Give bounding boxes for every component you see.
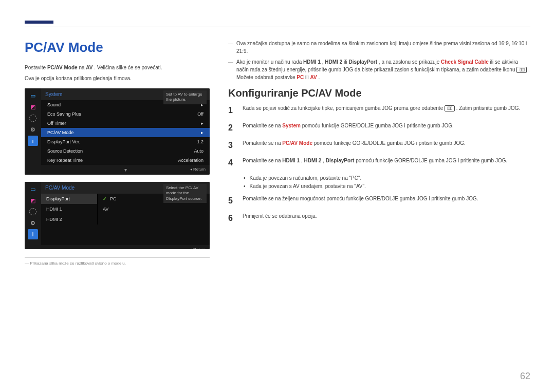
step-6: 6 Primijenit će se odabrana opcija. xyxy=(228,212,530,225)
osd-row: Key Repeat TimeAcceleration xyxy=(41,156,210,165)
step-text: Pomaknite se na željenu mogućnost pomoću… xyxy=(243,195,478,207)
two-column-layout: PC/AV Mode Postavite PC/AV Mode na AV . … xyxy=(25,40,530,266)
chevron-right-icon: ▸ xyxy=(201,130,203,135)
chevron-down-icon: ▾ xyxy=(124,167,127,173)
page-title: PC/AV Mode xyxy=(25,40,210,55)
osd-row-label: Source Detection xyxy=(47,148,83,154)
t-bold: DisplayPort xyxy=(326,158,355,163)
t-bold: HDMI 1 xyxy=(303,59,321,65)
step-4: 4 Pomaknite se na HDMI 1 , HDMI 2 , Disp… xyxy=(228,157,530,169)
t-red: PC xyxy=(297,74,304,80)
t: Pomaknite se na xyxy=(243,158,282,163)
left-column: PC/AV Mode Postavite PC/AV Mode na AV . … xyxy=(25,40,210,266)
sub-bullets: Kada je povezan s računalom, postavite n… xyxy=(244,174,530,191)
picture-icon: ◩ xyxy=(28,102,38,112)
footnote-text: Prikazana slika može se razlikovati ovis… xyxy=(30,261,126,266)
step-number: 5 xyxy=(228,195,235,207)
step-number: 4 xyxy=(228,157,235,169)
section-heading: Konfiguriranje PC/AV Mode xyxy=(228,87,530,99)
osd-return: ◂ Return xyxy=(190,247,206,249)
step-1: 1 Kada se pojavi vodič za funkcijske tip… xyxy=(228,104,530,117)
check-icon: ✓ xyxy=(103,196,107,201)
osd-row: Source DetectionAuto xyxy=(41,146,210,156)
target-icon xyxy=(28,207,38,217)
osd-hint: Set to AV to enlarge the picture. xyxy=(163,90,207,104)
osd-row-value: Off xyxy=(197,111,203,117)
step-text: Pomaknite se na HDMI 1 , HDMI 2 , Displa… xyxy=(243,157,507,169)
step-3: 3 Pomaknite se na PC/AV Mode pomoću funk… xyxy=(228,139,530,152)
intro-line-2: Ova je opcija korisna prilikom gledanja … xyxy=(25,74,210,82)
note-list: Ova značajka dostupna je samo na modelim… xyxy=(228,40,530,81)
t: Pomaknite se na xyxy=(243,123,282,128)
bullet: Kada je povezan s AV uređajem, postavite… xyxy=(244,182,530,191)
menu-icon: ▯▯▯ xyxy=(445,105,455,111)
t-red: System xyxy=(282,123,301,128)
osd2-row: HDMI 2 xyxy=(41,214,97,225)
step-text: Primijenit će se odabrana opcija. xyxy=(243,212,317,225)
osd2-mode-column: ✓PC AV xyxy=(98,194,154,225)
intro-line-1: Postavite PC/AV Mode na AV . Veličina sl… xyxy=(25,64,210,71)
step-number: 2 xyxy=(228,122,235,134)
step-number: 3 xyxy=(228,139,235,152)
step-text: Pomaknite se na System pomoću funkcije G… xyxy=(243,122,454,134)
t: , a na zaslonu se prikazuje xyxy=(379,59,441,65)
right-column: Ova značajka dostupna je samo na modelim… xyxy=(228,40,530,266)
osd2-row: HDMI 1 xyxy=(41,204,97,214)
osd2-source-column: DisplayPort HDMI 1 HDMI 2 xyxy=(41,194,98,225)
step-number: 1 xyxy=(228,104,235,117)
t-bold: DisplayPort xyxy=(348,59,377,65)
return-label: Return xyxy=(193,167,206,172)
note-text: Ako je monitor u načinu rada HDMI 1 , HD… xyxy=(236,58,530,81)
page: PC/AV Mode Postavite PC/AV Mode na AV . … xyxy=(0,0,555,392)
text-bold: PC/AV Mode xyxy=(47,65,78,70)
osd-row-label: Eco Saving Plus xyxy=(47,111,81,117)
osd-system-menu: Set to AV to enlarge the picture. ▭ ◩ ⚙ … xyxy=(25,88,210,175)
t: Ako je monitor u načinu rada xyxy=(236,59,303,65)
return-label: Return xyxy=(193,247,206,249)
osd-sidebar-icons: ▭ ◩ ⚙ i xyxy=(25,88,41,175)
osd-row-label: DisplayPort Ver. xyxy=(47,139,80,144)
text: Postavite xyxy=(25,65,47,70)
gear-icon: ⚙ xyxy=(28,124,38,135)
monitor-icon: ▭ xyxy=(28,90,38,101)
t: Pomaknite se na xyxy=(243,140,282,146)
osd-row-label: Off Timer xyxy=(47,121,66,126)
bullet-text: Kada je povezan s računalom, postavite n… xyxy=(250,174,362,182)
osd-row-value: 1.2 xyxy=(197,139,203,144)
t-red: PC/AV Mode xyxy=(282,140,312,146)
info-icon: i xyxy=(28,229,38,239)
chevron-right-icon: ▸ xyxy=(201,121,203,126)
bullet: Kada je povezan s računalom, postavite n… xyxy=(244,174,530,182)
bullet-text: Kada je povezan s AV uređajem, postavite… xyxy=(250,182,366,191)
t-red: AV xyxy=(310,74,317,80)
t-bold: HDMI 2 xyxy=(325,59,342,65)
osd-footer: ▾ ◂ Return xyxy=(41,165,210,175)
step-number: 6 xyxy=(228,212,235,225)
t: pomoću funkcije GORE/DOLJE gumba JOG i p… xyxy=(302,123,454,128)
osd-footer: ◂ Return xyxy=(41,245,210,249)
step-text: Kada se pojavi vodič za funkcijske tipke… xyxy=(243,104,520,117)
t-bold: HDMI 2 xyxy=(304,158,322,163)
t-red: Check Signal Cable xyxy=(441,59,489,65)
footnote: ― Prikazana slika može se razlikovati ov… xyxy=(25,261,210,266)
monitor-icon: ▭ xyxy=(28,184,38,194)
osd2-row-checked: ✓PC xyxy=(98,194,154,204)
t: . Zatim pritisnite gumb JOG. xyxy=(456,105,520,111)
target-icon xyxy=(28,113,38,123)
step-2: 2 Pomaknite se na System pomoću funkcije… xyxy=(228,122,530,134)
osd2-row: AV xyxy=(98,204,154,214)
t: pomoću funkcije GORE/DOLJE gumba JOG i p… xyxy=(314,140,466,146)
t-bold: HDMI 1 xyxy=(282,158,300,163)
step-text: Pomaknite se na PC/AV Mode pomoću funkci… xyxy=(243,139,466,152)
picture-icon: ◩ xyxy=(28,195,38,206)
note-item: Ova značajka dostupna je samo na modelim… xyxy=(228,40,530,55)
osd-title: PC/AV Mode xyxy=(45,185,75,191)
text: na xyxy=(79,65,86,70)
osd-title: System xyxy=(45,91,62,97)
footnote-divider xyxy=(25,257,210,258)
page-number: 62 xyxy=(520,371,530,382)
text-bold: AV xyxy=(86,65,92,70)
osd-hint: Select the PC/ AV mode for the DisplayPo… xyxy=(163,184,207,203)
osd-return: ◂ Return xyxy=(190,167,206,172)
top-divider xyxy=(25,27,530,27)
